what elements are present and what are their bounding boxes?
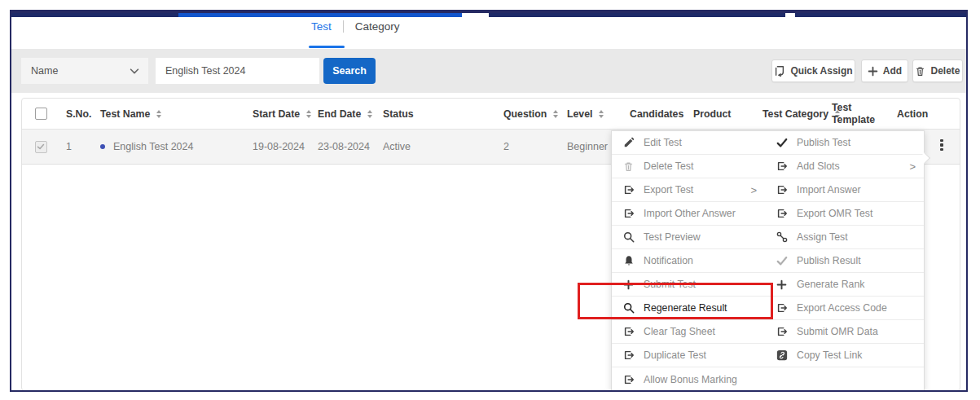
column-header-test-template: Test Template (822, 102, 887, 125)
menu-item-generate-rank[interactable]: Generate Rank (765, 273, 924, 296)
row-question: 2 (494, 141, 557, 152)
export-icon (622, 373, 635, 385)
menu-item-notification[interactable]: Notification (612, 249, 765, 272)
menu-item-clear-tag-sheet[interactable]: Clear Tag Sheet (612, 320, 765, 343)
menu-item-export-omr-test[interactable]: Export OMR Test (765, 202, 924, 225)
trash-icon (915, 66, 925, 77)
column-header-level[interactable]: Level (557, 108, 620, 120)
export-icon (622, 326, 635, 338)
export-icon (776, 326, 788, 338)
delete-button[interactable]: Delete (912, 59, 963, 82)
plus-icon (776, 279, 788, 291)
export-icon (776, 160, 788, 173)
menu-item-export-test[interactable]: Export Test > (612, 178, 765, 201)
row-test-name: English Test 2024 (92, 141, 243, 152)
search-button[interactable]: Search (323, 58, 376, 84)
column-header-test-category[interactable]: Test Category (753, 108, 822, 120)
app-window: Test Category Name Search Quick Assign (10, 10, 968, 392)
search-input[interactable] (156, 58, 319, 84)
menu-item-import-other-answer[interactable]: Import Other Answer (612, 202, 765, 225)
tab-category[interactable]: Category (355, 20, 400, 33)
row-start-date: 19-08-2024 (243, 141, 308, 152)
add-button[interactable]: Add (861, 59, 908, 82)
column-header-action: Action (887, 108, 960, 120)
active-tab-indicator (309, 46, 345, 48)
menu-item-duplicate-test[interactable]: Duplicate Test (612, 344, 765, 367)
row-sno: 1 (59, 141, 92, 152)
export-icon (622, 349, 635, 362)
export-icon (776, 208, 788, 220)
copy-link-icon (776, 349, 788, 362)
search-icon (622, 231, 635, 244)
submenu-chevron-right-icon: > (909, 160, 916, 173)
bell-icon (622, 255, 635, 267)
check-icon (776, 255, 788, 267)
check-icon (776, 137, 788, 149)
row-end-date: 23-08-2024 (308, 141, 373, 152)
sort-icon[interactable] (367, 110, 372, 118)
quick-assign-label: Quick Assign (790, 65, 852, 77)
top-progress-segment (11, 13, 178, 17)
tab-divider (343, 20, 344, 33)
export-icon (776, 302, 788, 314)
status-dot (100, 144, 105, 149)
test-action-context-menu: Edit Test Publish Test Delete Test Add S… (611, 130, 925, 392)
menu-item-submit-omr-data[interactable]: Submit OMR Data (765, 320, 924, 343)
tab-bar: Test Category (311, 20, 400, 33)
row-status: Active (373, 141, 494, 152)
trash-icon (622, 160, 635, 173)
menu-item-edit-test[interactable]: Edit Test (612, 131, 765, 154)
column-header-test-name[interactable]: Test Name (92, 108, 243, 120)
column-header-start-date[interactable]: Start Date (243, 108, 308, 120)
link-icon (776, 231, 788, 244)
column-header-status: Status (373, 108, 494, 120)
export-icon (622, 184, 635, 196)
menu-item-allow-bonus-marking[interactable]: Allow Bonus Marking (612, 367, 765, 391)
quick-assign-button[interactable]: Quick Assign (771, 59, 855, 82)
menu-item-publish-test[interactable]: Publish Test (765, 131, 924, 154)
pencil-icon (622, 137, 635, 149)
menu-item-add-slots[interactable]: Add Slots > (765, 155, 924, 178)
top-progress-segment (795, 13, 966, 17)
column-header-question[interactable]: Question (494, 108, 557, 120)
top-progress-segment (178, 13, 462, 17)
sort-icon[interactable] (156, 110, 161, 118)
export-icon (622, 208, 635, 220)
menu-item-export-access-code[interactable]: Export Access Code (765, 297, 924, 319)
assign-icon (774, 65, 785, 77)
chevron-down-icon (129, 65, 140, 77)
field-selector-value: Name (31, 65, 58, 77)
menu-item-copy-test-link[interactable]: Copy Test Link (765, 344, 924, 367)
column-header-product: Product (683, 108, 753, 120)
sort-icon[interactable] (599, 110, 604, 118)
select-all-checkbox[interactable] (35, 108, 47, 120)
menu-item-test-preview[interactable]: Test Preview (612, 226, 765, 248)
menu-item-delete-test[interactable]: Delete Test (612, 155, 765, 178)
menu-empty-cell (765, 367, 924, 391)
highlight-box-regenerate-result (578, 283, 773, 319)
menu-item-publish-result[interactable]: Publish Result (765, 249, 924, 272)
tab-test[interactable]: Test (311, 20, 332, 33)
row-action-menu-button[interactable] (935, 137, 948, 153)
column-header-sno: S.No. (59, 108, 92, 120)
menu-item-assign-test[interactable]: Assign Test (765, 226, 924, 248)
column-header-candidates: Candidates (620, 108, 683, 120)
menu-item-import-answer[interactable]: Import Answer (765, 178, 924, 201)
column-header-end-date[interactable]: End Date (308, 108, 373, 120)
top-progress-segment (489, 13, 785, 17)
export-icon (776, 184, 788, 196)
row-checkbox[interactable] (35, 141, 47, 153)
delete-label: Delete (930, 65, 960, 77)
plus-icon (868, 66, 878, 77)
submenu-chevron-right-icon: > (750, 184, 757, 196)
filter-bar: Name Search Quick Assign Add (11, 49, 966, 93)
table-header-row: S.No. Test Name Start Date End Date Stat… (22, 99, 960, 130)
field-selector-dropdown[interactable]: Name (21, 58, 148, 84)
add-label: Add (883, 65, 902, 77)
